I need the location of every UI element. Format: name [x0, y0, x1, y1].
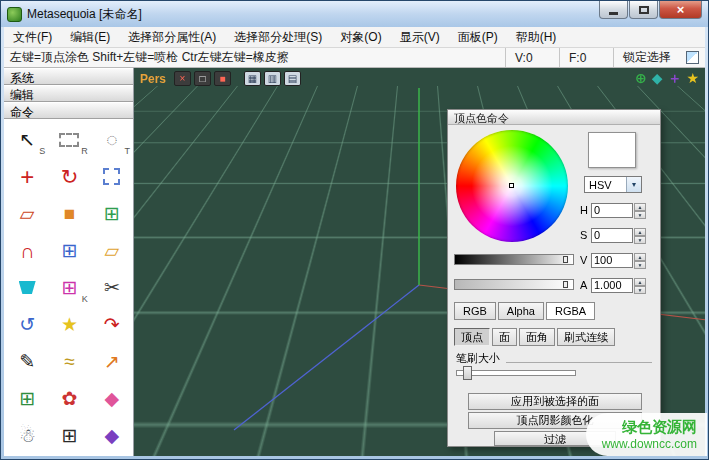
- fit-view-icon[interactable]: ◆: [652, 70, 663, 86]
- spinner[interactable]: ▲▼: [634, 278, 646, 293]
- status-bar: 左键=顶点涂色 Shift+左键=喷枪 Ctr左键左键=橡皮擦 V:0 F:0 …: [4, 48, 705, 68]
- tool-primitive[interactable]: ■: [48, 195, 90, 232]
- tool-knife[interactable]: ✂: [91, 269, 133, 306]
- tool-fill[interactable]: [6, 269, 48, 306]
- tool-figure[interactable]: ☃: [6, 417, 48, 454]
- wire-icon: ⊞: [62, 426, 78, 445]
- tool-arrow[interactable]: ↗: [91, 343, 133, 380]
- pan-icon[interactable]: ＋: [667, 70, 681, 86]
- hsv-color-wheel[interactable]: [456, 130, 568, 242]
- lock-selection-toggle[interactable]: 锁定选择: [613, 48, 680, 67]
- panel-title[interactable]: 顶点色命令: [448, 110, 660, 125]
- menu-bar: 文件(F)编辑(E)选择部分属性(A)选择部分处理(S)对象(O)显示(V)面板…: [4, 27, 705, 48]
- tool-uv-edit[interactable]: ⊞K: [48, 269, 90, 306]
- tab-Alpha[interactable]: Alpha: [498, 302, 544, 320]
- tool-move[interactable]: +: [6, 158, 48, 195]
- slider-thumb[interactable]: [463, 366, 472, 380]
- tab-RGB[interactable]: RGB: [454, 302, 496, 320]
- split-view-icon[interactable]: ▥: [264, 71, 281, 86]
- sidebar-section[interactable]: 命令: [4, 102, 133, 119]
- minimize-button[interactable]: [599, 1, 628, 19]
- color-mode-dropdown[interactable]: HSV ▾: [584, 176, 642, 193]
- arrow-icon: ↗: [104, 352, 120, 371]
- tool-scale[interactable]: [91, 158, 133, 195]
- rotate-icon: ↻: [61, 166, 79, 187]
- tool-lasso[interactable]: ◌T: [91, 121, 133, 158]
- mode-刷式连续[interactable]: 刷式连续: [557, 328, 615, 346]
- color-tabs: RGBAlphaRGBA: [454, 302, 595, 320]
- tool-pen[interactable]: ✎: [6, 343, 48, 380]
- action-button[interactable]: 应用到被选择的面: [468, 393, 642, 410]
- field-h-input[interactable]: [591, 203, 633, 218]
- tool-wand[interactable]: ★: [48, 306, 90, 343]
- selection-mode-icon[interactable]: [686, 51, 699, 64]
- menu-item-F[interactable]: 文件(F): [4, 27, 61, 48]
- menu-item-V[interactable]: 显示(V): [391, 27, 449, 48]
- alpha-bar-marker[interactable]: [563, 281, 568, 288]
- tool-shortcut: S: [39, 146, 45, 156]
- color-wheel-marker[interactable]: [509, 183, 514, 188]
- field-s-input[interactable]: [591, 228, 633, 243]
- 3d-viewport[interactable]: Pers ×□■▦▥▤ ⊕◆＋★ 顶点色命令 HSV ▾ H▲▼S▲▼V▲▼A▲…: [134, 68, 705, 456]
- title-bar[interactable]: Metasequoia [未命名] ×: [1, 1, 708, 27]
- perspective-label[interactable]: Pers: [140, 72, 166, 86]
- tool-wire[interactable]: ⊞: [48, 417, 90, 454]
- mode-面[interactable]: 面: [492, 328, 517, 346]
- tool-bend[interactable]: ↷: [91, 306, 133, 343]
- app-window: Metasequoia [未命名] × 文件(F)编辑(E)选择部分属性(A)选…: [0, 0, 709, 460]
- tool-node[interactable]: ◆: [91, 417, 133, 454]
- field-label: H: [580, 204, 591, 216]
- tool-rect-select[interactable]: R: [48, 121, 90, 158]
- field-row-A: A▲▼: [580, 277, 658, 293]
- zoom-icon[interactable]: ⊕: [635, 70, 647, 86]
- mode-顶点[interactable]: 顶点: [454, 328, 490, 346]
- field-a-input[interactable]: [591, 278, 633, 293]
- tool-lattice[interactable]: ⊞: [48, 232, 90, 269]
- menu-item-E[interactable]: 编辑(E): [61, 27, 119, 48]
- menu-item-P[interactable]: 面板(P): [449, 27, 507, 48]
- menu-item-S[interactable]: 选择部分处理(S): [225, 27, 331, 48]
- tool-curve[interactable]: ≈: [48, 343, 90, 380]
- mode-面角[interactable]: 面角: [519, 328, 555, 346]
- rotate-light-icon[interactable]: ★: [686, 70, 699, 86]
- value-gradient-bar[interactable]: [454, 254, 574, 265]
- tab-RGBA[interactable]: RGBA: [546, 302, 595, 320]
- menu-item-O[interactable]: 对象(O): [331, 27, 390, 48]
- tool-vertex-paint[interactable]: ◆: [91, 380, 133, 417]
- viewport-left-icons: ×□■▦▥▤: [174, 71, 301, 86]
- tool-mesh[interactable]: ⊞: [91, 195, 133, 232]
- tool-grid[interactable]: ⊞: [6, 380, 48, 417]
- field-label: V: [580, 254, 591, 266]
- menu-item-A[interactable]: 选择部分属性(A): [119, 27, 225, 48]
- tool-view-rotate[interactable]: ↺: [6, 306, 48, 343]
- alpha-gradient-bar[interactable]: [454, 279, 574, 290]
- single-view-icon[interactable]: ▦: [244, 71, 261, 86]
- tool-rotate[interactable]: ↻: [48, 158, 90, 195]
- tool-magnet[interactable]: ∩: [6, 232, 48, 269]
- spinner[interactable]: ▲▼: [634, 203, 646, 218]
- window-controls: ×: [598, 1, 702, 19]
- vertex-count: V:0: [505, 48, 559, 67]
- app-icon: [7, 7, 22, 22]
- wireframe-view-icon[interactable]: □: [194, 71, 211, 86]
- field-label: A: [580, 279, 591, 291]
- tool-select[interactable]: ↖S: [6, 121, 48, 158]
- field-v-input[interactable]: [591, 253, 633, 268]
- spinner[interactable]: ▲▼: [634, 228, 646, 243]
- sidebar-section[interactable]: 系统: [4, 68, 133, 85]
- menu-item-H[interactable]: 帮助(H): [507, 27, 566, 48]
- maximize-button[interactable]: [629, 1, 658, 19]
- tool-shear[interactable]: ▱: [91, 232, 133, 269]
- close-button[interactable]: ×: [659, 1, 702, 19]
- spinner[interactable]: ▲▼: [634, 253, 646, 268]
- tool-extrude[interactable]: ▱: [6, 195, 48, 232]
- brush-size-slider[interactable]: [456, 370, 576, 376]
- quad-view-icon[interactable]: ▤: [284, 71, 301, 86]
- tool-material[interactable]: ✿: [48, 380, 90, 417]
- divider: [506, 362, 652, 363]
- shaded-view-icon[interactable]: ■: [214, 71, 231, 86]
- mesh-icon: ⊞: [104, 204, 120, 223]
- axis-toggle-icon[interactable]: ×: [174, 71, 191, 86]
- sidebar-section[interactable]: 编辑: [4, 85, 133, 102]
- value-bar-marker[interactable]: [563, 256, 568, 263]
